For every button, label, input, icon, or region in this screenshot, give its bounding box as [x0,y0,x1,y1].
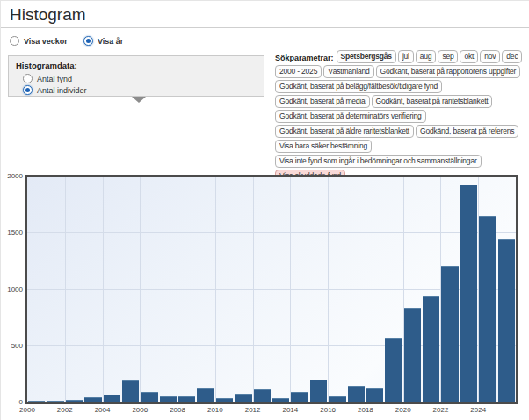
search-parameters-label: Sökparametrar: [275,54,334,62]
radio-unselected-icon [23,74,33,83]
search-tag-2000-2025: 2000 - 2025 [275,65,322,78]
y-tick-label: 2000 [2,172,23,180]
search-tag-okt: okt [460,50,478,63]
v-gridline [253,177,254,402]
bar-2008 [178,396,195,402]
pointer-down-triangle-icon [132,97,146,103]
x-tick-label: 2016 [313,406,343,414]
radio-selected-icon [83,36,93,46]
bar-2011 [235,394,251,402]
search-tag-row: Godkänt, baserat på mediaGodkänt, basera… [275,95,529,108]
bar-2005 [122,380,139,402]
bar-2013 [272,398,289,402]
search-tag-row: Sökparametrar:Spetsbergsgåsjulaugsepoktn… [275,50,529,63]
bar-2021 [423,296,439,402]
page-title: Histogram [10,5,86,25]
bar-2024 [479,216,496,402]
bar-2023 [460,185,477,402]
search-tag-godkänt-baserat-på-äldre-raritetsblankett: Godkänt, baserat på äldre raritetsblanke… [275,125,414,138]
v-gridline [328,177,329,402]
search-tag-row: Godkänt, baserat på äldre raritetsblanke… [275,125,529,138]
v-gridline [366,177,366,402]
histogram-data-radio-group: Antal fyndAntal individer [9,74,264,95]
x-tick-label: 2012 [238,406,268,414]
bar-2001 [47,401,63,402]
y-tick-label: 1000 [2,286,23,293]
radio-selected-icon [23,85,33,95]
search-tag-godkänd-baserat-på-referens: Godkänd, baserat på referens [416,125,518,138]
bar-2014 [291,392,308,402]
search-tag-godkänt-baserat-på-media: Godkänt, baserat på media [275,95,370,108]
bar-2004 [104,395,120,402]
x-tick-label: 2014 [275,406,305,414]
view-toggle-radio-group: Visa veckorVisa år [10,36,123,46]
search-tag-västmanland: Västmanland [323,65,373,78]
bar-2006 [141,392,157,402]
search-tag-visa-bara-säker-bestämning: Visa bara säker bestämning [275,140,372,153]
search-tag-spetsbergsgås: Spetsbergsgås [337,50,396,63]
bar-2025 [498,239,515,402]
bar-2019 [385,338,402,402]
radio-unselected-icon [10,36,19,46]
bar-2015 [310,380,327,402]
bar-2003 [84,397,101,402]
v-gridline [65,177,66,402]
y-tick-label: 500 [2,342,23,350]
bar-2009 [197,388,214,402]
histogram-data-title: Histogramdata: [9,56,264,72]
v-gridline [103,177,104,402]
x-tick-label: 2002 [50,406,80,414]
bar-2016 [329,396,345,402]
radio-label: Visa år [98,37,123,46]
bar-2002 [66,400,83,402]
histogram-page: Histogram Visa veckorVisa år Histogramda… [0,0,529,420]
v-gridline [290,177,291,402]
radio-antal-fynd[interactable]: Antal fynd [23,74,264,83]
search-tag-godkänt-baserat-på-raritetsblankett: Godkänt, baserat på raritetsblankett [372,95,493,108]
search-tag-nov: nov [480,50,500,63]
bar-2020 [404,308,421,402]
radio-label: Visa veckor [24,37,68,46]
x-tick-label: 2024 [463,406,493,414]
search-tag-godkänt-baserat-på-rapportörens-uppgifter: Godkänt, baserat på rapportörens uppgift… [376,65,521,78]
header-divider [1,27,529,28]
search-tag-row: Visa inte fynd som ingår i bedömningar o… [275,155,529,168]
search-tag-aug: aug [416,50,437,63]
search-tag-visa-inte-fynd-som-ingår-i-bedömningar-och-sammanställningar: Visa inte fynd som ingår i bedömningar o… [275,155,482,168]
search-tag-row: Godkänt, baserat på belägg/fältbesök/tid… [275,80,529,93]
search-tag-row: 2000 - 2025VästmanlandGodkänt, baserat p… [275,65,529,78]
x-tick-label: 2010 [200,406,230,414]
radio-visa-år[interactable]: Visa år [83,36,123,46]
plot-area [25,175,518,404]
search-tag-row: Godkänt, baserat på determinatörs verifi… [275,110,529,123]
h-gridline [27,232,516,233]
x-tick-label: 2006 [125,406,155,414]
x-tick-label: 2018 [351,406,380,414]
radio-label: Antal fynd [37,75,72,83]
search-tag-jul: jul [398,50,414,63]
x-tick-label: 2008 [163,406,192,414]
radio-visa-veckor[interactable]: Visa veckor [10,36,68,46]
y-tick-label: 0 [2,398,23,406]
x-tick-label: 2022 [425,406,455,414]
search-parameter-tags: Sökparametrar:Spetsbergsgåsjulaugsepoktn… [275,50,529,183]
bar-2007 [160,396,177,402]
bar-2018 [366,388,383,402]
search-tag-godkänt-baserat-på-determinatörs-verifiering: Godkänt, baserat på determinatörs verifi… [275,110,426,123]
x-tick-label: 2000 [12,406,42,414]
search-tag-godkänt-baserat-på-belägg-fältbesök-tidigare-fynd: Godkänt, baserat på belägg/fältbesök/tid… [275,80,442,93]
bar-2010 [216,398,233,402]
histogram-data-box: Histogramdata: Antal fyndAntal individer [8,55,264,97]
v-gridline [215,177,216,402]
y-tick-label: 1500 [2,228,23,236]
v-gridline [140,177,141,402]
bar-2000 [28,401,45,402]
radio-label: Antal individer [37,86,87,95]
x-tick-label: 2020 [388,406,418,414]
search-tag-dec: dec [502,50,522,63]
search-tag-row: Visa bara säker bestämning [275,140,529,153]
radio-antal-individer[interactable]: Antal individer [23,85,264,95]
bar-2012 [254,389,271,402]
v-gridline [178,177,178,402]
bar-2017 [348,386,365,402]
